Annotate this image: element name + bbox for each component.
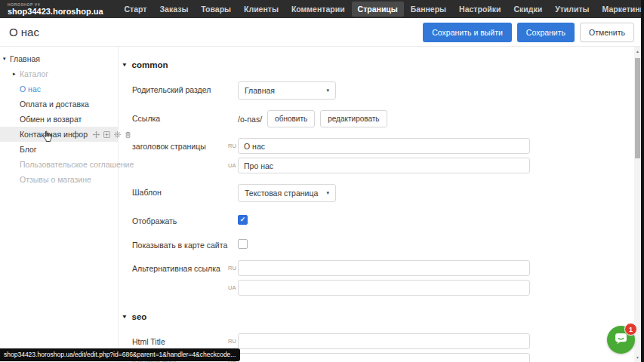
template-select-value: Текстовая страница	[245, 189, 318, 198]
tree-item-1[interactable]: ▸Каталог	[0, 66, 118, 81]
tree-item-8[interactable]: Отзывы о магазине	[0, 172, 118, 187]
link-preview-statusbar: shop34423.horoshop.ua/edit/edit.php?id=6…	[0, 348, 240, 361]
template-select[interactable]: Текстовая страница▾	[238, 184, 336, 202]
section-header-seo[interactable]: ▾seo	[123, 312, 634, 321]
tree-item-label: О нас	[20, 84, 41, 94]
tree-item-actions	[92, 130, 132, 139]
html-title-field-ru: RU	[228, 333, 530, 349]
parent-section-label-wrap: Родительский раздел	[132, 81, 228, 100]
sitemap-row: Показывать в карте сайта	[132, 237, 634, 250]
page-title-input-ua[interactable]	[238, 158, 530, 173]
edit-url-button[interactable]: редактировать	[320, 110, 387, 127]
vertical-scrollbar[interactable]: ▲ ▼	[634, 47, 641, 362]
brand-domain: shop34423.horoshop.ua	[8, 8, 103, 16]
screen-right-edge	[641, 0, 644, 362]
chevron-down-icon: ▾	[326, 190, 329, 196]
topbar-menu-item[interactable]: Страницы	[352, 2, 404, 17]
topbar-menu-item[interactable]: Баннеры	[405, 2, 452, 17]
tree-item-4[interactable]: Обмен и возврат	[0, 112, 118, 127]
chevron-down-icon: ▾	[123, 62, 126, 68]
section-header-common[interactable]: ▾common	[123, 60, 634, 69]
app-window: HOROSHOP V4 shop34423.horoshop.ua СтартЗ…	[0, 0, 644, 362]
cancel-button[interactable]: Отменить	[580, 23, 634, 42]
scroll-down-arrow-icon[interactable]: ▼	[634, 355, 641, 360]
link-label: Ссылка	[132, 114, 228, 124]
tree-item-label: Главная	[10, 54, 40, 63]
alt-link-input-ua[interactable]	[238, 280, 530, 296]
display-row: Отображать✓	[132, 213, 634, 226]
page-title-field-ru: RU	[228, 138, 530, 154]
chevron-right-icon[interactable]: ▸	[13, 71, 20, 77]
save-button[interactable]: Сохранить	[517, 23, 575, 42]
save-and-exit-button[interactable]: Сохранить и выйти	[423, 23, 512, 42]
link-line: /o-nas/обновитьредактировать	[238, 110, 393, 127]
lang-badge-ua: UA	[228, 162, 236, 169]
html-title-fields: RUUA	[228, 333, 530, 362]
scroll-up-arrow-icon[interactable]: ▲	[634, 49, 641, 54]
topbar-menu-item[interactable]: Комментарии	[285, 2, 351, 17]
scrollbar-thumb[interactable]	[635, 58, 640, 158]
parent-section-label: Родительский раздел	[132, 85, 228, 95]
brand-logo[interactable]: HOROSHOP V4 shop34423.horoshop.ua	[8, 3, 103, 16]
tree-item-label: Отзывы о магазине	[20, 175, 91, 184]
tree-item-label: Пользовательское соглашение	[20, 160, 134, 169]
topbar-menu-item[interactable]: Утилиты	[549, 2, 595, 17]
page-header: О нас Сохранить и выйти Сохранить Отмени…	[0, 18, 641, 47]
page-title-fields: RUUA	[228, 138, 530, 173]
tree-item-5[interactable]: Контактная инфор	[0, 127, 118, 142]
page-title-label-wrap: заголовок страницы	[132, 138, 228, 173]
topbar-menu: СтартЗаказыТоварыКлиентыКомментарииСтран…	[119, 2, 644, 17]
link-label-wrap: Ссылка	[132, 110, 228, 127]
topbar-menu-item[interactable]: Скидки	[508, 2, 549, 17]
topbar-menu-item[interactable]: Настройки	[453, 2, 507, 17]
topbar-menu-item[interactable]: Старт	[119, 2, 153, 17]
tree-item-label: Каталог	[20, 69, 48, 78]
lang-badge-ru: RU	[228, 265, 236, 272]
topbar-menu-item[interactable]: Клиенты	[238, 2, 285, 17]
tree-item-0[interactable]: ▾Главная	[0, 51, 118, 66]
display-checkbox[interactable]: ✓	[238, 215, 248, 225]
html-title-label: Html Title	[132, 337, 228, 347]
chat-unread-badge: 1	[624, 323, 637, 336]
display-control: ✓	[238, 213, 248, 226]
settings-icon[interactable]	[113, 130, 122, 139]
template-control: Текстовая страница▾	[238, 184, 336, 202]
tree-item-7[interactable]: Пользовательское соглашение	[0, 157, 118, 172]
alt-link-input-ru[interactable]	[238, 260, 530, 276]
topbar-menu-item[interactable]: Маркетинг	[596, 2, 644, 17]
page-url-text: /o-nas/	[238, 115, 262, 124]
tree-item-3[interactable]: Оплата и доставка	[0, 97, 118, 112]
template-label: Шаблон	[132, 188, 228, 198]
lang-badge-ru: RU	[228, 143, 236, 149]
tree-item-label: Обмен и возврат	[20, 115, 82, 124]
alt-link-row: Альтернативная ссылкаRUUA	[132, 260, 634, 296]
chevron-down-icon: ▾	[123, 314, 126, 320]
page-title-input-ru[interactable]	[238, 138, 530, 154]
template-row: ШаблонТекстовая страница▾	[132, 184, 634, 202]
sitemap-label: Показывать в карте сайта	[132, 241, 228, 250]
brand-version: HOROSHOP V4	[8, 3, 103, 7]
html-title-input-ua[interactable]	[238, 353, 530, 362]
delete-icon[interactable]	[124, 130, 132, 139]
refresh-url-button[interactable]: обновить	[267, 110, 315, 127]
chevron-down-icon[interactable]: ▾	[3, 56, 10, 62]
section-title: common	[132, 60, 168, 69]
chat-widget-button[interactable]: 1	[607, 326, 635, 354]
html-title-input-ru[interactable]	[238, 333, 530, 349]
chevron-down-icon: ▾	[326, 87, 329, 94]
parent-section-select[interactable]: Главная▾	[238, 81, 336, 100]
display-label: Отображать	[132, 216, 228, 226]
sitemap-checkbox[interactable]	[238, 239, 248, 249]
add-icon[interactable]	[103, 130, 111, 139]
tree-item-6[interactable]: Блог	[0, 142, 118, 157]
topbar-menu-item[interactable]: Товары	[195, 2, 237, 17]
tree-item-selected[interactable]: О нас	[0, 81, 118, 97]
parent-section-control: Главная▾	[238, 81, 336, 100]
move-icon[interactable]	[92, 130, 100, 139]
pages-tree: ▾Главная▸КаталогО насОплата и доставкаОб…	[0, 47, 119, 362]
topbar-menu-item[interactable]: Заказы	[154, 2, 195, 17]
checkmark-icon: ✓	[240, 216, 246, 223]
link-control: /o-nas/обновитьредактировать	[238, 110, 393, 127]
html-title-field-ua: UA	[228, 353, 530, 362]
alt-link-fields: RUUA	[228, 260, 530, 296]
